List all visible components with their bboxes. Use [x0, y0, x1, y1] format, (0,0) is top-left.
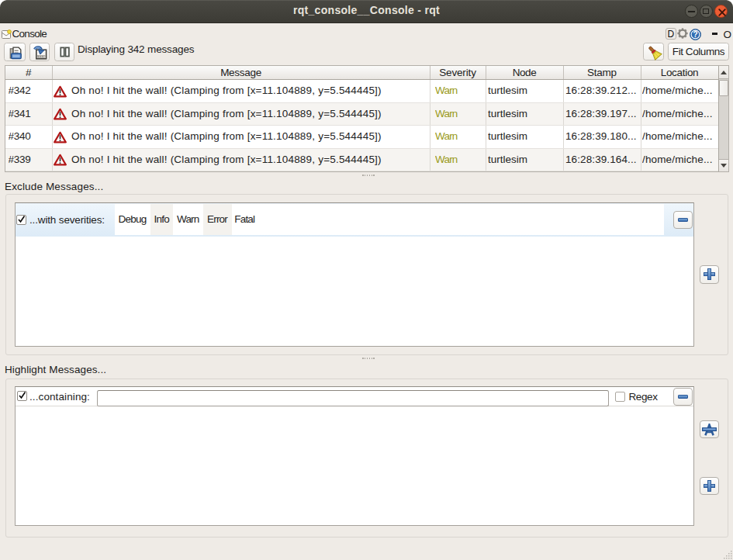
svg-text:?: ?	[693, 30, 697, 39]
